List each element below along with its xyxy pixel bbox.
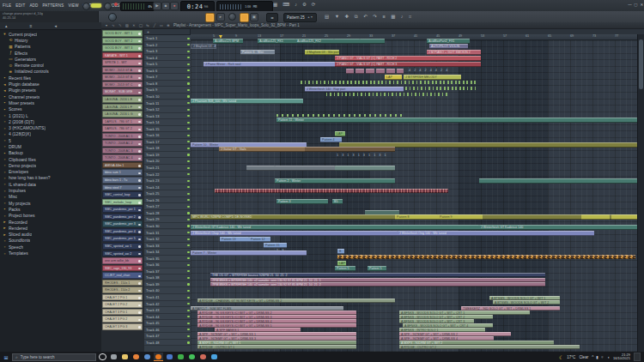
browser-item[interactable]: ▫2 (2008 (D)T) xyxy=(0,118,101,124)
track-mute-led[interactable] xyxy=(187,219,189,220)
track-row-header[interactable]: Track 14 xyxy=(144,119,191,126)
channel-button[interactable]: GOOD BOY - WIT 1 xyxy=(102,30,143,37)
select-tool-icon[interactable]: ▭ xyxy=(159,23,164,27)
grid-icon[interactable]: ▦ xyxy=(273,2,277,7)
playlist-clip[interactable] xyxy=(611,214,637,220)
channel-button[interactable]: GOOD BOY - WIT 3 xyxy=(102,45,143,51)
notification-center-icon[interactable] xyxy=(634,353,641,361)
playlist-clip[interactable] xyxy=(405,87,477,90)
playlist-clip[interactable]: 4 2 4 2 4 4 2 4 xyxy=(407,69,471,74)
track-row-header[interactable]: Track 26 xyxy=(144,197,191,204)
track-mute-led[interactable] xyxy=(187,173,189,175)
browser-item[interactable]: ▪Channel presets xyxy=(0,94,101,100)
settings-gear-icon[interactable]: ⚙ xyxy=(302,2,307,7)
hash-icon[interactable]: ⌗ xyxy=(409,14,411,20)
slice-tool-icon[interactable]: ╱ xyxy=(152,23,157,27)
track-row-header[interactable]: Track 17 xyxy=(144,139,191,146)
channel-mute-led[interactable] xyxy=(138,92,141,94)
playlist-clip[interactable]: A RYDGE - OUTRO GT 1 xyxy=(197,345,356,349)
track-row-header[interactable]: Track 33 xyxy=(144,243,191,250)
browser-item[interactable]: ▫Envelopes xyxy=(0,169,101,175)
channel-mute-led[interactable] xyxy=(138,305,141,307)
track-row-header[interactable]: Track 36 xyxy=(144,262,191,268)
track-row-header[interactable]: Track 2 xyxy=(144,42,191,49)
playlist-clip[interactable]: J Winterfresh GT Kadence 140 - Wtr tuned xyxy=(191,225,479,230)
track-row-header[interactable]: Track 6 xyxy=(144,68,191,75)
channel-button[interactable]: SMC_pandemic_per 3 xyxy=(102,220,143,227)
browser-item[interactable]: ▪Packs xyxy=(0,206,101,212)
channel-button[interactable]: SPRITE 1 - WIT xyxy=(102,59,143,66)
track-mute-led[interactable] xyxy=(187,193,189,195)
browser-item[interactable]: ▪Mixer presets xyxy=(0,100,101,106)
playlist-clip[interactable]: Pattern 11 - Winter xyxy=(276,118,637,123)
channel-button[interactable]: SMC_pandemic_per 1 xyxy=(102,206,143,213)
track-mute-led[interactable] xyxy=(187,82,189,84)
channel-mute-led[interactable] xyxy=(138,129,141,131)
menu-triangle-icon[interactable]: ▾ xyxy=(104,23,109,27)
track-mute-led[interactable] xyxy=(187,57,189,58)
channel-mute-led[interactable] xyxy=(138,179,141,182)
browser-find-icon[interactable]: ◂ xyxy=(54,23,57,28)
track-row-header[interactable]: Track 46 xyxy=(144,327,191,334)
channel-button[interactable]: SMC_melodic_loop xyxy=(102,199,143,206)
browser-item[interactable]: ▫Clipboard files xyxy=(0,156,101,162)
playlist-clip[interactable] xyxy=(337,255,635,259)
channel-mute-led[interactable] xyxy=(138,84,141,87)
weather-desc[interactable]: Clear xyxy=(579,355,588,359)
track-mute-led[interactable] xyxy=(187,290,189,292)
channel-mute-led[interactable] xyxy=(138,77,141,80)
browser-item[interactable]: ▸Recorded xyxy=(0,219,101,225)
main-volume-knob[interactable] xyxy=(82,3,90,10)
channel-button[interactable]: CHALET 3 PG 2 xyxy=(102,316,143,323)
sheets-icon[interactable] xyxy=(176,353,185,361)
pattern-selector[interactable]: Pattern 25 ▲▼ xyxy=(283,13,317,22)
channel-button[interactable]: DARIUS - 786 GT 1 xyxy=(102,118,143,125)
channel-mute-led[interactable] xyxy=(138,113,141,116)
track-mute-led[interactable] xyxy=(187,199,189,201)
track-mute-led[interactable] xyxy=(187,225,189,226)
menu-item-patterns[interactable]: PATTERNS xyxy=(42,3,64,8)
paint-tool-icon[interactable]: ▨ xyxy=(125,23,130,27)
track-mute-led[interactable] xyxy=(187,154,189,155)
channel-button[interactable]: CHALET 2 PG 1 xyxy=(102,294,143,301)
network-icon[interactable]: ᯤ xyxy=(601,355,605,359)
redo-icon[interactable]: ↷ xyxy=(373,14,377,20)
track-row-header[interactable]: Track 21 xyxy=(144,165,191,172)
channel-mute-led[interactable] xyxy=(138,63,141,65)
track-row-header[interactable]: Track 11 xyxy=(144,100,191,107)
track-row-header[interactable]: Track 3 xyxy=(144,48,191,55)
playlist-clip[interactable] xyxy=(335,166,395,171)
track-row-header[interactable]: Track 13 xyxy=(144,113,191,120)
track-mute-led[interactable] xyxy=(187,115,189,117)
pattern-spinner-icon[interactable]: ▲▼ xyxy=(307,15,313,19)
playlist-clip[interactable] xyxy=(376,69,385,74)
channel-button[interactable]: one arm willie_bb xyxy=(102,257,143,264)
channel-mute-led[interactable] xyxy=(138,136,141,138)
playlist-clip[interactable]: Pattern 3 xyxy=(276,199,328,204)
channel-mute-led[interactable] xyxy=(138,202,141,204)
browser-item[interactable]: ⊙Remote control xyxy=(0,62,101,68)
track-row-header[interactable]: Track 4 xyxy=(144,55,191,62)
track-mute-led[interactable] xyxy=(187,232,189,233)
browser-item[interactable]: ▫4 (128(D)X) xyxy=(0,131,101,137)
playlist-clip[interactable] xyxy=(581,214,610,220)
track-row-header[interactable]: Track 10 xyxy=(144,94,191,100)
track-mute-led[interactable] xyxy=(187,135,189,136)
mute-tool-icon[interactable]: ◯ xyxy=(138,23,143,27)
track-mute-led[interactable] xyxy=(187,341,189,343)
channel-mute-led[interactable] xyxy=(138,40,141,43)
browser-item[interactable]: ▪Recent files xyxy=(0,75,101,81)
channel-mute-led[interactable] xyxy=(138,150,141,153)
playlist-clip[interactable] xyxy=(215,189,448,193)
browser-item[interactable]: ⟲History xyxy=(0,37,101,43)
playlist-clip[interactable] xyxy=(360,39,385,44)
refresh-icon[interactable]: ⟳ xyxy=(312,2,316,7)
menu-item-file[interactable]: FILE xyxy=(3,3,11,8)
track-row-header[interactable]: Track 23 xyxy=(144,178,191,184)
track-mute-led[interactable] xyxy=(187,180,189,182)
track-mute-led[interactable] xyxy=(187,264,189,266)
copy-icon[interactable]: ⧉ xyxy=(355,14,358,20)
track-mute-led[interactable] xyxy=(187,186,189,188)
playlist-clip[interactable] xyxy=(386,69,395,74)
browser-item[interactable]: ▫IL shared data xyxy=(0,181,101,187)
